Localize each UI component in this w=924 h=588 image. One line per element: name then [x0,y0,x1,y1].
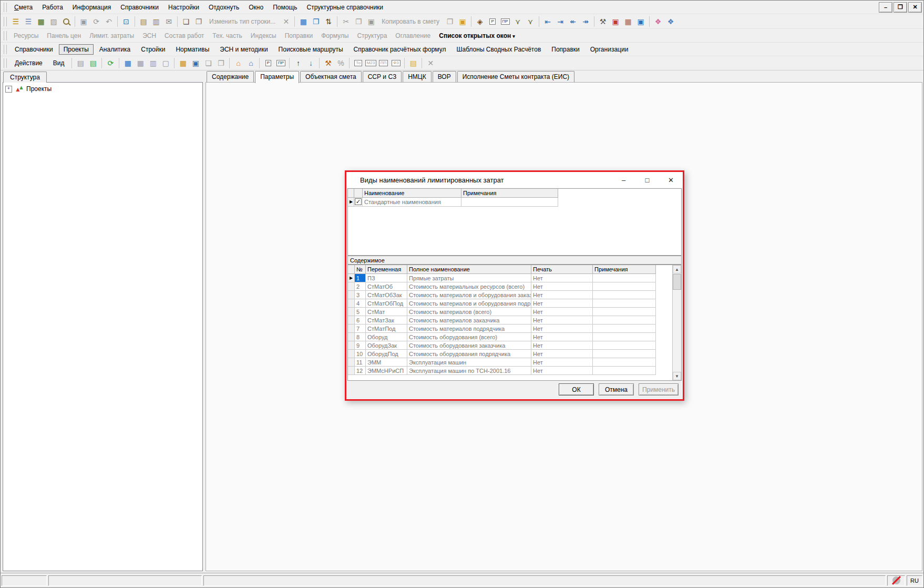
toolbar-grip[interactable] [4,17,7,26]
content-cell[interactable]: Стоимость материалов и оборудования зака… [407,291,531,299]
button-pp-icon[interactable]: ПП [377,57,389,69]
pdf-export-icon[interactable]: ▨ [47,16,60,27]
window-tab-0[interactable]: Ресурсы [9,31,43,40]
content-cell[interactable]: 12 [355,367,366,375]
type-note-cell[interactable] [461,198,558,207]
content-cell[interactable]: 10 [355,350,366,358]
module-tab-4[interactable]: Нормативы [171,44,214,55]
action-menu[interactable]: Действие [9,58,48,68]
content-cell[interactable]: Нет [531,367,593,375]
window-tab-2[interactable]: Лимит. затраты [85,31,138,40]
content-grid-row[interactable]: 11ЭММЭксплуатация машинНет [348,358,681,367]
button-fz-icon[interactable]: ФЗ [389,57,402,69]
comment-icon[interactable]: ✉ [162,16,175,27]
print-row-icon[interactable]: ❏ [180,16,192,27]
content-cell[interactable]: 7 [355,325,366,333]
main-tab-3[interactable]: ССР и СЗ [363,71,402,82]
content-cell[interactable] [593,367,656,375]
calc-grid-icon[interactable]: ▦ [297,16,310,27]
module-tab-8[interactable]: Шаблоны Сводных Расчётов [451,44,546,55]
content-grid-row[interactable]: 9ОборудЗакСтоимость оборудования заказчи… [348,341,681,350]
module-tab-9[interactable]: Поправки [547,44,584,55]
module-tab-2[interactable]: Аналитика [95,44,135,55]
book-icon[interactable]: ◈ [474,16,486,27]
window-tab-4[interactable]: Состав работ [160,31,208,40]
content-grid-header-3[interactable]: Печать [531,265,593,274]
ok-button[interactable]: ОК [559,383,594,396]
content-cell[interactable]: Нет [531,308,593,316]
content-cell[interactable]: 9 [355,341,366,350]
dialog-close-button[interactable]: ✕ [659,172,683,188]
restore-button[interactable]: ❐ [894,2,907,13]
dialog-title-bar[interactable]: Виды наименований лимитированных затрат … [346,172,683,188]
scroll-up-icon[interactable]: ▲ [673,265,681,273]
toolbar-grip[interactable] [4,3,7,12]
content-grid-row[interactable]: 7СтМатПодСтоимость материалов подрядчика… [348,325,681,333]
main-tab-1[interactable]: Параметры [255,71,299,83]
language-indicator[interactable]: RU [907,575,922,586]
cut-icon[interactable]: ✂ [340,16,352,27]
types-grid-header-0[interactable] [348,189,354,198]
content-cell[interactable]: СтМатЗак [366,316,407,325]
page-p-icon[interactable]: Р [262,57,274,69]
content-cell[interactable]: Нет [531,282,593,291]
content-cell[interactable]: ОборудЗак [366,341,407,350]
content-grid-header-4[interactable]: Примечания [593,265,656,274]
content-grid-row[interactable]: 12ЭММсНРиСПЭксплуатация машин по ТСН-200… [348,367,681,375]
content-cell[interactable]: Нет [531,299,593,308]
filter-clear-icon[interactable]: ⋎ [524,16,537,27]
menu-item-2[interactable]: Информация [68,2,116,13]
content-cell[interactable]: Прямые затраты [407,274,531,282]
content-cell[interactable]: Эксплуатация машин [407,358,531,367]
content-grid-header-0[interactable]: № [355,265,366,274]
content-cell[interactable]: Стоимость оборудования (всего) [407,333,531,341]
layers-pink-icon[interactable]: ❖ [652,16,664,27]
content-cell[interactable]: Нет [531,341,593,350]
cancel-button[interactable]: Отмена [599,383,634,396]
content-cell[interactable]: СтМатОб [366,282,407,291]
main-tab-4[interactable]: НМЦК [403,71,432,82]
content-cell[interactable]: 4 [355,299,366,308]
indent-left-icon[interactable]: ⇤ [541,16,554,27]
content-cell[interactable]: Стоимость материальных ресурсов (всего) [407,282,531,291]
content-cell[interactable]: ЭММсНРиСП [366,367,407,375]
close-button[interactable]: ✕ [908,2,922,13]
menu-item-3[interactable]: Справочники [116,2,163,13]
content-cell[interactable]: Стоимость оборудования заказчика [407,341,531,350]
content-grid-header-1[interactable]: Переменная [366,265,407,274]
content-cell[interactable] [593,274,656,282]
row-structure-icon[interactable]: ❐ [192,16,205,27]
type-name-cell[interactable]: Стандартные наименования [363,198,461,207]
content-grid-row[interactable]: 3СтМатОбЗакСтоимость материалов и оборуд… [348,291,681,299]
content-cell[interactable]: Нет [531,325,593,333]
menu-item-0[interactable]: Смета [9,2,37,13]
types-grid-header-1[interactable] [354,189,363,198]
copy-doc-icon[interactable]: ❐ [444,16,456,27]
outline-expand-icon[interactable]: ☰ [22,16,35,27]
tree-node-projects[interactable]: + ▲▲ Проекты [3,83,202,95]
chart-table-icon[interactable]: ▦ [177,57,189,69]
folder-open-icon[interactable]: ▤ [87,57,99,69]
menu-item-1[interactable]: Работа [37,2,68,13]
checkbox-cell[interactable]: ✓ [354,198,363,207]
content-cell[interactable] [593,358,656,367]
content-cell[interactable] [593,325,656,333]
button-to-icon[interactable]: То [352,57,364,69]
content-cell[interactable]: Стоимость материалов подрядчика [407,325,531,333]
folder-yellow-icon[interactable]: ▤ [407,57,419,69]
layers-blue-icon[interactable]: ❖ [664,16,677,27]
undo-icon[interactable]: ↶ [102,16,115,27]
module-tab-3[interactable]: Стройки [136,44,170,55]
menu-item-7[interactable]: Помощь [268,2,302,13]
paste-doc-icon[interactable]: ▣ [456,16,469,27]
content-cell[interactable]: СтМатОбПод [366,299,407,308]
indent-right-icon[interactable]: ⇥ [554,16,567,27]
house-objects-icon[interactable]: ⌂ [232,57,244,69]
move-down-icon[interactable]: ↓ [304,57,317,69]
menu-item-6[interactable]: Окно [244,2,268,13]
content-grid-row[interactable]: ▶1ПЗПрямые затратыНет [348,274,681,282]
main-tab-5[interactable]: ВОР [433,71,456,82]
view-menu[interactable]: Вид [48,58,70,68]
content-cell[interactable]: 3 [355,291,366,299]
refresh-icon[interactable]: ⟳ [104,57,117,69]
